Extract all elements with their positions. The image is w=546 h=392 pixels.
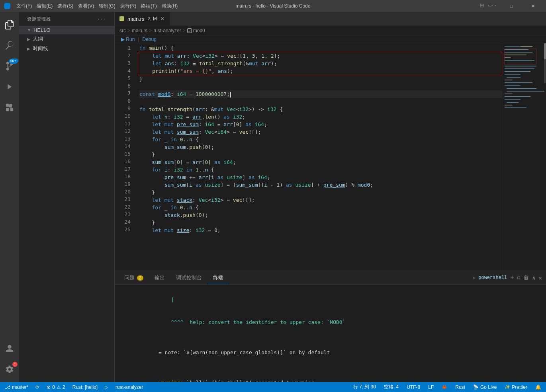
status-rust-hello[interactable]: Rust: [hello] [71,384,99,390]
terminal-line-warning: warning: `hello` (bin "hello") generated… [121,371,540,382]
code-editor[interactable]: 1 2 3 4 5 6 7 8 9 10 11 12 13 14 15 16 1 [115,43,546,271]
code-line-12[interactable]: let mut sum_sum: Vec<i64> = vec![]; [139,128,502,136]
code-line-16[interactable]: sum_sum[0] = arr[0] as i64; [139,158,502,166]
status-prettier[interactable]: ✨ Prettier [503,384,529,390]
terminal-content[interactable]: | ^^^^ help: convert the identifier to u… [115,285,546,382]
code-content[interactable]: fn main() { let mut arr: Vec<i32> = vec!… [135,43,502,271]
menu-file[interactable]: 文件(F) [16,3,32,10]
line-num-10: 10 [115,112,131,120]
kill-terminal-icon[interactable]: 🗑 [523,275,529,281]
breadcrumb-src[interactable]: src [119,28,126,33]
menu-bar[interactable]: 文件(F) 编辑(E) 选择(S) 查看(V) 转到(G) 运行(R) 终端(T… [16,3,178,10]
code-line-2[interactable]: let mut arr: Vec<i32> = vec![1, 3, 1, 2]… [140,52,500,60]
position-label: 行 7, 列 30 [353,384,376,390]
panel-tab-problems[interactable]: 问题 2 [119,272,149,284]
line-num-5: 5 [115,74,131,82]
main-layout: 6K+ 1 资源管理器 ··· ▼ HELLO [0,12,546,382]
menu-run[interactable]: 运行(R) [120,3,137,10]
status-encoding[interactable]: UTF-8 [405,384,422,390]
code-line-19[interactable]: sum_sum[i as usize] = (sum_sum[(i - 1) a… [139,181,502,189]
code-line-9[interactable]: fn total_strength(arr: &mut Vec<i32>) ->… [139,105,502,113]
line-num-11: 11 [115,120,131,127]
code-line-1[interactable]: fn main() { [139,44,502,52]
breadcrumb-mod0[interactable]: mod0 [187,28,205,33]
code-line-11[interactable]: let mut pre_sum: i64 = arr[0] as i64; [139,121,502,128]
status-bar: ⎇ master* ⟳ ⊗ 0 ⚠ 2 Rust: [hello] ▷ rust… [0,382,546,392]
status-branch[interactable]: ⎇ master* [3,384,30,390]
code-line-6[interactable] [139,83,502,90]
code-line-21[interactable]: let mut stack: Vec<i32> = vec![]; [139,196,502,204]
debug-button[interactable]: Debug [142,37,156,42]
activity-search-icon[interactable] [0,36,19,55]
svg-rect-27 [505,105,513,105]
code-line-18[interactable]: pre_sum += arr[i as usize] as i64; [139,174,502,181]
status-notification[interactable]: 🔔 [534,384,543,390]
run-debug-sep: | [138,37,139,42]
close-panel-icon[interactable]: ✕ [539,275,542,281]
svg-rect-9 [505,52,532,53]
code-line-17[interactable]: for i: i32 in 1..n { [139,166,502,174]
breadcrumb-analyzer[interactable]: rust-analyzer [153,28,181,33]
panel-tab-debug-console[interactable]: 调试控制台 [170,272,207,284]
maximize-button[interactable]: □ [502,0,521,12]
tab-close-icon[interactable]: ✕ [160,16,165,22]
sidebar-item-outline[interactable]: ▶ 大纲 [19,34,114,44]
status-sync[interactable]: ⟳ [34,384,41,390]
status-line-ending[interactable]: LF [427,384,435,390]
code-line-24[interactable]: } [139,219,502,226]
code-line-15[interactable]: } [139,151,502,158]
chevron-right-icon-2: ▶ [27,47,30,51]
status-position[interactable]: 行 7, 列 30 [352,384,378,390]
menu-select[interactable]: 选择(S) [57,3,73,10]
panel-tab-output[interactable]: 输出 [149,272,170,284]
svg-rect-2 [10,108,13,111]
breadcrumb-mainrs[interactable]: main.rs [132,28,147,33]
code-line-8[interactable] [139,98,502,105]
status-go-live[interactable]: 📡 Go Live [472,384,498,390]
activity-account-icon[interactable] [0,339,19,358]
tab-main-rs[interactable]: main.rs 2, M ✕ [115,12,170,25]
panel-tab-terminal[interactable]: 终端 [207,272,229,284]
menu-goto[interactable]: 转到(G) [99,3,115,10]
code-line-22[interactable]: for _ in 0..n { [139,204,502,211]
status-errors[interactable]: ⊗ 0 ⚠ 2 [45,384,67,390]
activity-run-icon[interactable] [0,77,19,96]
code-line-25[interactable]: let mut size: i32 = 0; [139,226,502,234]
line-num-3: 3 [115,59,131,67]
code-line-5[interactable]: } [139,75,502,83]
status-language[interactable]: Rust [454,384,467,390]
menu-help[interactable]: 帮助(H) [162,3,178,10]
sidebar-item-hello[interactable]: ▼ HELLO [19,26,114,34]
sidebar-item-timeline[interactable]: ▶ 时间线 [19,44,114,53]
status-analyzer[interactable]: rust-analyzer [114,384,145,390]
code-line-13[interactable]: for _ in 0..n { [139,136,502,143]
menu-edit[interactable]: 编辑(E) [37,3,53,10]
activity-settings-icon[interactable]: 1 [0,360,19,379]
activity-source-control-icon[interactable]: 6K+ [0,57,19,76]
code-line-23[interactable]: stack.push(0); [139,211,502,219]
git-branch-icon: ⎇ [5,384,10,390]
powershell-label[interactable]: ▶ powershell [473,275,507,281]
status-run[interactable]: ▷ [103,384,110,390]
close-button[interactable]: ✕ [524,0,542,12]
code-line-7[interactable]: const mod0: i64 = 1000000007; [139,90,502,98]
terminal-line-caret-1: | [121,288,540,311]
activity-explorer-icon[interactable] [0,15,19,34]
new-terminal-icon[interactable]: + [510,274,514,281]
run-button[interactable]: ▶ Run [121,37,135,42]
menu-view[interactable]: 查看(V) [78,3,94,10]
code-line-14[interactable]: sum_sum.push(0); [139,143,502,151]
status-spaces[interactable]: 空格: 4 [382,384,400,390]
branch-name: master* [12,384,28,390]
menu-terminal[interactable]: 终端(T) [141,3,157,10]
activity-extensions-icon[interactable] [0,98,19,117]
code-line-10[interactable]: let n: i32 = arr.len() as i32; [139,113,502,121]
run-status-icon: ▷ [105,384,108,390]
code-line-4[interactable]: println!("ans = {}", ans); [140,67,500,75]
maximize-panel-icon[interactable]: ∧ [532,275,535,281]
line-ending-label: LF [428,384,434,390]
sidebar-more-icon[interactable]: ··· [97,17,106,21]
code-line-3[interactable]: let ans: i32 = total_strength(&mut arr); [140,60,500,67]
split-terminal-icon[interactable]: ⊟ [517,275,520,281]
code-line-20[interactable]: } [139,189,502,196]
